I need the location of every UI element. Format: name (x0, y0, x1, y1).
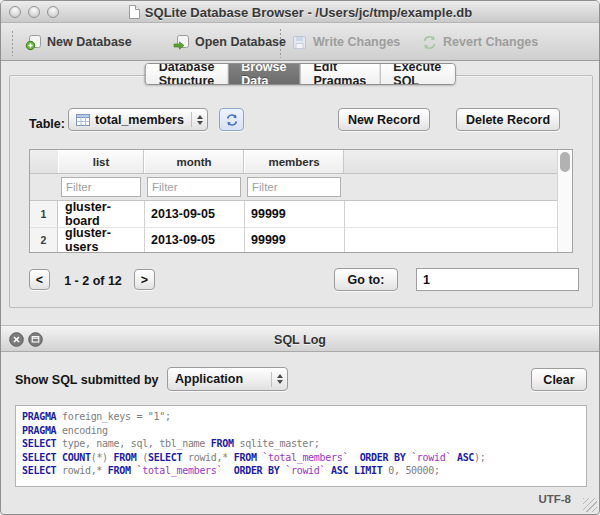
open-database-label: Open Database (195, 35, 286, 49)
refresh-button[interactable] (219, 108, 244, 131)
write-changes-button[interactable]: Write Changes (291, 23, 400, 61)
sql-source-value: Application (175, 372, 266, 386)
sql-log-line: SELECT COUNT(*) FROM (SELECT rowid,* FRO… (22, 451, 580, 465)
open-database-icon (173, 34, 190, 51)
filter-input-members[interactable] (247, 177, 341, 197)
sql-log-header[interactable]: SQL Log (1, 325, 599, 352)
document-icon (128, 5, 140, 19)
cell-list[interactable]: gluster-board (58, 201, 144, 227)
goto-input[interactable] (416, 268, 579, 291)
table-row[interactable]: 1 gluster-board 2013-09-05 99999 (30, 201, 557, 227)
scrollbar-thumb[interactable] (560, 152, 570, 172)
new-database-icon (25, 34, 42, 51)
revert-changes-icon (421, 34, 438, 51)
open-database-button[interactable]: Open Database (173, 23, 286, 61)
delete-record-label: Delete Record (466, 113, 550, 127)
clear-button[interactable]: Clear (531, 368, 587, 391)
revert-changes-label: Revert Changes (443, 35, 538, 49)
refresh-icon (225, 113, 239, 127)
grid-column-line (244, 201, 245, 252)
title-bar: SQLite Database Browser - /Users/jc/tmp/… (1, 1, 599, 23)
data-grid: list month members 1 gluster-board 2013-… (29, 149, 573, 253)
sql-source-arrows-icon (271, 372, 285, 387)
filter-input-list[interactable] (61, 177, 141, 197)
new-database-label: New Database (47, 35, 132, 49)
grid-column-line (344, 201, 345, 252)
show-sql-label: Show SQL submitted by (15, 373, 159, 387)
cell-members[interactable]: 99999 (244, 228, 344, 252)
goto-button[interactable]: Go to: (334, 268, 398, 291)
sql-log-line: SELECT rowid,* FROM `total_members` ORDE… (22, 464, 580, 478)
encoding-status: UTF-8 (538, 493, 571, 505)
filter-input-month[interactable] (147, 177, 241, 197)
cell-month[interactable]: 2013-09-05 (144, 228, 244, 252)
new-database-button[interactable]: New Database (25, 23, 132, 61)
resize-grip-icon[interactable] (583, 498, 597, 512)
column-header-list-label: list (93, 156, 110, 168)
page-range-text: 1 - 2 of 12 (58, 274, 128, 288)
new-record-button[interactable]: New Record (338, 108, 430, 131)
tab-execute-sql-label: Execute SQL (393, 63, 441, 85)
cell-list[interactable]: gluster-users (58, 228, 144, 252)
tab-browse-data-label: Browse Data (241, 63, 286, 85)
column-header-list[interactable]: list (58, 150, 144, 173)
grid-filter-row (30, 174, 572, 201)
column-header-members-label: members (268, 156, 319, 168)
revert-changes-button[interactable]: Revert Changes (421, 23, 538, 61)
sql-log-line: PRAGMA foreign_keys = "1"; (22, 410, 580, 424)
sql-source-select[interactable]: Application (167, 367, 288, 391)
cell-month[interactable]: 2013-09-05 (144, 201, 244, 227)
goto-label: Go to: (348, 273, 385, 287)
next-page-button[interactable]: > (134, 269, 155, 290)
new-record-label: New Record (348, 113, 420, 127)
tab-database-structure-label: Database Structure (159, 63, 215, 85)
row-number: 1 (30, 201, 58, 227)
column-header-members[interactable]: members (244, 150, 344, 173)
sql-log-line: SELECT type, name, sql, tbl_name FROM sq… (22, 437, 580, 451)
prev-page-button[interactable]: < (29, 269, 50, 290)
tab-edit-pragmas[interactable]: Edit Pragmas (301, 64, 381, 84)
main-tabbar: Database Structure Browse Data Edit Prag… (145, 63, 456, 85)
dock-float-icon[interactable] (28, 332, 43, 347)
table-select[interactable]: total_members (68, 108, 208, 131)
tab-browse-data[interactable]: Browse Data (228, 64, 300, 84)
delete-record-button[interactable]: Delete Record (456, 108, 560, 131)
clear-label: Clear (543, 373, 574, 387)
grid-column-line (144, 201, 145, 252)
window-title: SQLite Database Browser - /Users/jc/tmp/… (145, 5, 472, 20)
column-header-month[interactable]: month (144, 150, 244, 173)
table-select-arrows-icon (191, 112, 205, 127)
sql-log-line: PRAGMA encoding (22, 424, 580, 438)
tab-edit-pragmas-label: Edit Pragmas (314, 63, 367, 85)
write-changes-icon (291, 34, 308, 51)
tab-database-structure[interactable]: Database Structure (146, 64, 229, 84)
table-row[interactable]: 2 gluster-users 2013-09-05 99999 (30, 228, 557, 252)
grid-header-row: list month members (30, 150, 572, 174)
table-label: Table: (29, 117, 65, 131)
prev-page-label: < (36, 273, 43, 287)
next-page-label: > (141, 273, 148, 287)
dock-close-icon[interactable] (9, 332, 24, 347)
cell-members[interactable]: 99999 (244, 201, 344, 227)
column-header-month-label: month (176, 156, 211, 168)
toolbar-drag-handle[interactable] (11, 30, 14, 56)
row-number: 2 (30, 228, 58, 252)
toolbar: New Database Open Database Write Changes (1, 23, 599, 61)
window-title-area: SQLite Database Browser - /Users/jc/tmp/… (1, 1, 599, 23)
tab-execute-sql[interactable]: Execute SQL (380, 64, 454, 84)
table-select-value: total_members (95, 113, 186, 127)
write-changes-label: Write Changes (313, 35, 400, 49)
table-icon (76, 114, 90, 126)
app-window: SQLite Database Browser - /Users/jc/tmp/… (0, 0, 600, 515)
vertical-scrollbar[interactable] (557, 150, 572, 252)
sql-log-output[interactable]: PRAGMA foreign_keys = "1";PRAGMA encodin… (15, 405, 587, 487)
sql-log-title: SQL Log (1, 326, 599, 353)
